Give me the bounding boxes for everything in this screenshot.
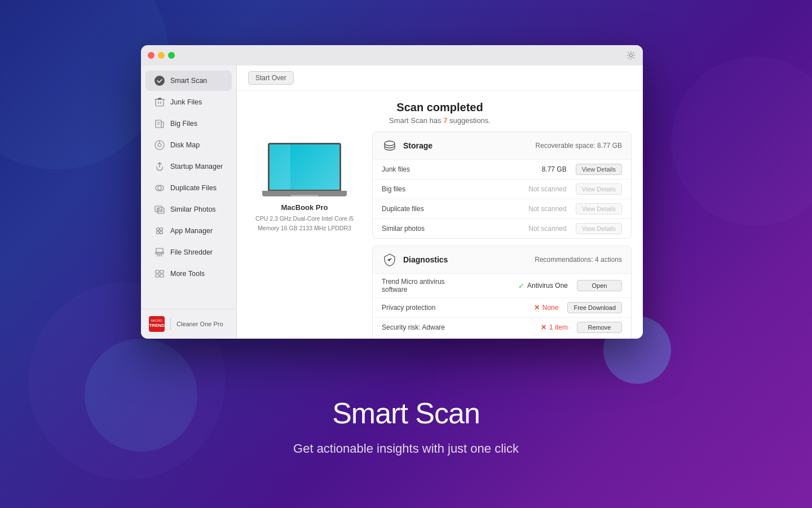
sidebar-item-big-files[interactable]: Big Files (145, 113, 232, 134)
storage-title: Storage (403, 141, 433, 150)
svg-point-9 (158, 143, 161, 147)
svg-point-0 (630, 54, 633, 57)
privacy-btn[interactable]: Free Download (567, 302, 622, 313)
sidebar-label-smart-scan: Smart Scan (170, 77, 207, 85)
smart-scan-icon (153, 75, 166, 87)
sidebar-item-more-tools[interactable]: More Tools (145, 264, 232, 284)
sidebar-footer: TREND MICRO Cleaner One Pro (141, 309, 236, 339)
x-icon-2: ✕ (541, 323, 546, 331)
junk-files-icon (153, 96, 166, 108)
scan-subtitle-suffix: suggestions. (447, 116, 491, 125)
duplicate-files-btn: View Details (576, 203, 622, 214)
sidebar-label-duplicate-files: Duplicate Files (170, 184, 217, 192)
svg-line-24 (161, 255, 162, 256)
duplicate-files-label: Duplicate files (382, 205, 472, 213)
sidebar-item-duplicate-files[interactable]: Duplicate Files (145, 178, 232, 198)
big-files-label: Big files (382, 185, 472, 193)
sidebar-item-similar-photos[interactable]: Similar Photos (145, 199, 232, 220)
app-window: Smart Scan Junk Files (141, 45, 643, 339)
more-tools-icon (153, 268, 166, 280)
antivirus-label: Trend Micro antivirus software (382, 278, 472, 294)
sidebar-label-file-shredder: File Shredder (170, 248, 213, 256)
svg-text:MICRO: MICRO (151, 319, 162, 322)
antivirus-btn[interactable]: Open (577, 280, 622, 291)
svg-rect-2 (156, 99, 164, 106)
similar-photos-label: Similar photos (382, 225, 472, 233)
duplicate-files-icon (153, 182, 166, 194)
sidebar-label-similar-photos: Similar Photos (170, 205, 216, 213)
sidebar-item-file-shredder[interactable]: File Shredder (145, 242, 232, 262)
start-over-button[interactable]: Start Over (248, 71, 294, 85)
macbook-screen (268, 143, 341, 191)
sidebar-label-startup-manager: Startup Manager (170, 163, 223, 170)
storage-row-similar: Similar photos Not scanned View Details (373, 219, 631, 238)
junk-files-label: Junk files (382, 165, 472, 173)
startup-manager-icon (153, 160, 166, 173)
diagnostics-section: Diagnostics Recommendations: 4 actions T… (372, 246, 632, 339)
svg-point-17 (160, 228, 163, 231)
junk-files-btn[interactable]: View Details (576, 164, 622, 175)
macbook-specs: CPU 2.3 GHz Dual-Core Intel Core i5 Memo… (255, 214, 354, 233)
storage-icon (382, 138, 398, 154)
svg-point-32 (385, 141, 395, 146)
privacy-label: Privacy protection (382, 304, 472, 312)
x-icon: ✕ (534, 304, 540, 312)
diagnostics-summary: Recommendations: 4 actions (535, 256, 622, 264)
svg-rect-25 (156, 270, 159, 273)
disk-map-icon (153, 139, 166, 151)
svg-point-18 (157, 231, 160, 234)
similar-photos-icon (153, 203, 166, 216)
diagnostics-header: Diagnostics Recommendations: 4 actions (373, 246, 631, 274)
diagnostics-title: Diagnostics (403, 255, 448, 264)
storage-section: Storage Recoverable space: 8.77 GB Junk … (372, 132, 632, 239)
adware-value: 1 item (549, 323, 568, 331)
scan-subtitle-prefix: Smart Scan has (389, 116, 443, 125)
macbook-base (262, 191, 347, 196)
diag-row-privacy: Privacy protection ✕ None Free Download (373, 298, 631, 318)
big-files-icon (153, 117, 166, 130)
svg-point-19 (160, 231, 163, 234)
macbook-illustration (262, 143, 347, 196)
logo-divider (170, 318, 171, 330)
svg-rect-27 (156, 274, 159, 277)
top-bar: Start Over (237, 65, 643, 91)
scan-results-layout: MacBook Pro CPU 2.3 GHz Dual-Core Intel … (237, 132, 643, 339)
adware-btn[interactable]: Remove (577, 322, 622, 333)
sidebar-item-junk-files[interactable]: Junk Files (145, 92, 232, 112)
scan-subtitle: Smart Scan has 7 suggestions. (248, 116, 632, 125)
antivirus-value: Antivirus One (527, 282, 568, 290)
sidebar-item-smart-scan[interactable]: Smart Scan (145, 71, 232, 91)
svg-point-1 (155, 76, 165, 86)
sidebar-item-startup-manager[interactable]: Startup Manager (145, 156, 232, 177)
antivirus-status: ✓ Antivirus One (472, 282, 577, 290)
app-name-label: Cleaner One Pro (176, 321, 223, 327)
privacy-value: None (542, 304, 559, 312)
promo-title: Smart Scan (332, 396, 480, 430)
big-files-value: Not scanned (472, 185, 576, 193)
trend-micro-logo: TREND MICRO Cleaner One Pro (149, 316, 223, 332)
minimize-button[interactable] (158, 52, 165, 59)
settings-icon[interactable] (626, 50, 636, 60)
sidebar-item-disk-map[interactable]: Disk Map (145, 135, 232, 155)
junk-files-value: 8.77 GB (472, 165, 576, 173)
storage-header: Storage Recoverable space: 8.77 GB (373, 132, 631, 160)
sidebar-label-big-files: Big Files (170, 120, 197, 128)
adware-status: ✕ 1 item (472, 323, 577, 331)
privacy-status: ✕ None (472, 304, 567, 312)
diag-row-antivirus: Trend Micro antivirus software ✓ Antivir… (373, 274, 631, 298)
svg-rect-28 (160, 274, 164, 277)
storage-row-duplicate: Duplicate files Not scanned View Details (373, 199, 631, 219)
macbook-memory: Memory 16 GB 2133 MHz LPDDR3 (258, 225, 351, 231)
similar-photos-btn: View Details (576, 223, 622, 234)
sidebar-label-more-tools: More Tools (170, 270, 205, 278)
main-content: Start Over Scan completed Smart Scan has… (237, 65, 643, 339)
close-button[interactable] (148, 52, 155, 59)
app-manager-icon (153, 225, 166, 237)
maximize-button[interactable] (168, 52, 175, 59)
sidebar-item-app-manager[interactable]: App Manager (145, 221, 232, 241)
storage-row-junk: Junk files 8.77 GB View Details (373, 160, 631, 179)
bg-decoration-5 (671, 56, 812, 226)
title-bar (141, 45, 643, 65)
diagnostics-icon (382, 252, 398, 268)
sidebar-label-app-manager: App Manager (170, 227, 213, 235)
